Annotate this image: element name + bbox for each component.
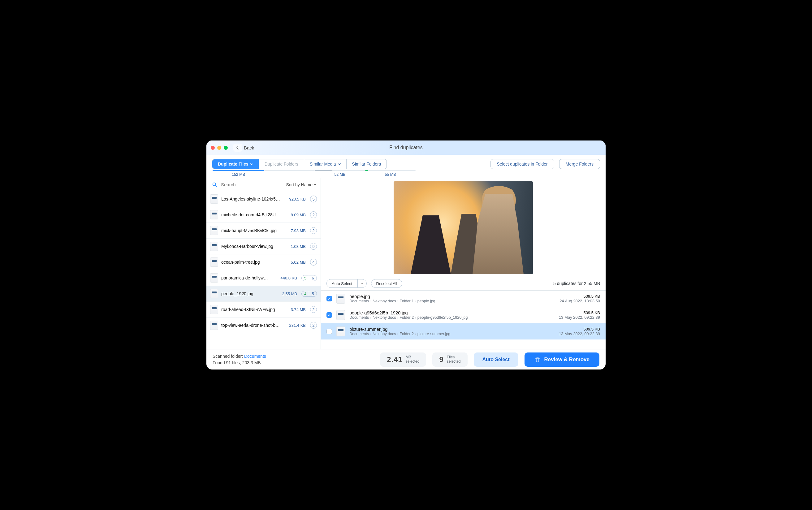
- tab-label: Similar Folders: [352, 162, 381, 167]
- titlebar: Back Find duplicates: [206, 141, 606, 155]
- selected-count-label: Files: [447, 355, 461, 360]
- tab-similar-folders[interactable]: Similar Folders: [347, 159, 386, 169]
- footer-auto-select-button[interactable]: Auto Select: [474, 352, 518, 367]
- file-row[interactable]: ocean-palm-tree.jpg 5.02 MB 4: [206, 254, 321, 270]
- preview-actions: Auto Select Deselect All 5 duplicates fo…: [321, 277, 606, 290]
- file-thumb-icon: [337, 327, 345, 336]
- file-row[interactable]: mick-haupt-Mv5sBKvlCkI.jpg 7.93 MB 2: [206, 223, 321, 238]
- file-row[interactable]: panoramica-de-hollyw… 440.8 KB 5 6: [206, 270, 321, 286]
- file-thumb-icon: [210, 242, 218, 251]
- chevron-left-icon: [236, 146, 239, 149]
- count-badge: 2: [310, 322, 317, 329]
- file-row[interactable]: Los-Angeles-skyline-1024x5… 920.5 KB 5: [206, 191, 321, 207]
- merge-folders-button[interactable]: Merge Folders: [559, 159, 600, 169]
- tab-duplicate-files[interactable]: Duplicate Files: [212, 159, 259, 169]
- sort-dropdown[interactable]: Sort by Name: [286, 182, 316, 187]
- app-window: Back Find duplicates Duplicate Files Dup…: [206, 141, 606, 369]
- checkbox[interactable]: [326, 329, 332, 334]
- search-input[interactable]: [220, 182, 283, 188]
- scanned-folder-link[interactable]: Documents: [244, 354, 266, 359]
- file-list[interactable]: Los-Angeles-skyline-1024x5… 920.5 KB 5 m…: [206, 191, 321, 349]
- file-thumb-icon: [210, 289, 218, 298]
- file-row[interactable]: micheile-dot-com-d4tBjk28U… 8.09 MB 2: [206, 207, 321, 223]
- file-thumb-icon: [337, 294, 345, 304]
- count-badge: 4: [310, 259, 317, 265]
- auto-select-button[interactable]: Auto Select: [326, 279, 357, 288]
- tab-size-similar-folders: 55 MB: [365, 170, 415, 177]
- duplicate-list[interactable]: ✓ people.jpg Documents›Nektony docs›Fold…: [321, 290, 606, 349]
- scan-info: Scanned folder: Documents Found 91 files…: [212, 353, 266, 366]
- file-name: mick-haupt-Mv5sBKvlCkI.jpg: [221, 228, 288, 233]
- checkbox[interactable]: ✓: [326, 312, 332, 318]
- size-label: 52 MB: [334, 172, 345, 177]
- search-icon: [212, 182, 217, 187]
- svg-line-1: [215, 186, 216, 187]
- toolbar: Duplicate Files Duplicate Folders Simila…: [206, 155, 606, 178]
- back-button[interactable]: [233, 144, 242, 152]
- duplicate-name: picture-summer.jpg: [349, 327, 554, 332]
- category-tabs: Duplicate Files Duplicate Folders Simila…: [212, 159, 387, 169]
- selected-size-value: 2.41: [387, 355, 403, 364]
- duplicate-row[interactable]: ✓ people.jpg Documents›Nektony docs›Fold…: [321, 290, 606, 307]
- footer: Scanned folder: Documents Found 91 files…: [206, 349, 606, 369]
- file-thumb-icon: [210, 273, 218, 283]
- file-thumb-icon: [337, 310, 345, 320]
- body: Sort by Name Los-Angeles-skyline-1024x5……: [206, 178, 606, 349]
- file-thumb-icon: [210, 305, 218, 314]
- file-row[interactable]: Mykonos-Harbour-View.jpg 1.03 MB 9: [206, 238, 321, 254]
- close-icon[interactable]: [211, 146, 215, 150]
- duplicate-name: people.jpg: [349, 294, 555, 299]
- file-list-pane: Sort by Name Los-Angeles-skyline-1024x5……: [206, 178, 321, 349]
- tab-label: Similar Media: [310, 162, 336, 167]
- tab-size-duplicate-folders: [264, 170, 315, 177]
- file-row[interactable]: road-ahead-IXfNiI-rWFw.jpg 3.74 MB 2: [206, 302, 321, 317]
- duplicate-row[interactable]: picture-summer.jpg Documents›Nektony doc…: [321, 323, 606, 339]
- file-thumb-icon: [210, 210, 218, 219]
- auto-select-menu-button[interactable]: [357, 279, 367, 288]
- file-name: Los-Angeles-skyline-1024x5…: [221, 197, 286, 201]
- back-nav[interactable]: Back: [233, 144, 254, 152]
- tab-label: Duplicate Files: [218, 162, 249, 167]
- duplicate-date: 13 May 2022, 09:22:39: [559, 315, 600, 320]
- deselect-all-button[interactable]: Deselect All: [371, 279, 403, 288]
- file-size: 231.4 KB: [289, 323, 306, 328]
- review-and-remove-button[interactable]: Review & Remove: [524, 352, 600, 367]
- tab-similar-media[interactable]: Similar Media: [304, 159, 347, 169]
- file-name: people_1920.jpg: [221, 291, 279, 296]
- zoom-icon[interactable]: [224, 146, 228, 150]
- file-name: ocean-palm-tree.jpg: [221, 260, 288, 264]
- file-row[interactable]: top-view-aerial-drone-shot-b… 231.4 KB 2: [206, 317, 321, 333]
- size-label: 55 MB: [385, 172, 396, 177]
- button-label: Auto Select: [483, 357, 510, 362]
- caret-down-icon: [361, 282, 363, 285]
- file-size: 3.74 MB: [291, 307, 306, 312]
- duplicate-summary: 5 duplicates for 2.55 MB: [553, 281, 600, 286]
- file-name: top-view-aerial-drone-shot-b…: [221, 323, 286, 328]
- selected-count-sub: selected: [447, 360, 461, 364]
- minimize-icon[interactable]: [217, 146, 221, 150]
- file-size: 440.8 KB: [281, 276, 297, 280]
- traffic-lights: [211, 146, 228, 150]
- tab-duplicate-folders[interactable]: Duplicate Folders: [259, 159, 304, 169]
- file-thumb-icon: [210, 194, 218, 204]
- duplicate-name: people-g95d6e2f5b_1920.jpg: [349, 310, 554, 315]
- duplicate-path: Documents›Nektony docs›Folder 1›people.j…: [349, 299, 555, 303]
- count-badge: 9: [310, 243, 317, 250]
- duplicate-path: Documents›Nektony docs›Folder 2›picture-…: [349, 332, 554, 336]
- checkbox[interactable]: ✓: [326, 296, 332, 302]
- button-label: Review & Remove: [544, 357, 589, 363]
- file-size: 5.02 MB: [291, 260, 306, 264]
- tab-label: Duplicate Folders: [265, 162, 298, 167]
- found-summary: Found 91 files, 203.3 MB: [212, 360, 266, 366]
- tab-size-similar-media: 52 MB: [315, 170, 365, 177]
- duplicate-row[interactable]: ✓ people-g95d6e2f5b_1920.jpg Documents›N…: [321, 307, 606, 323]
- preview-pane: Auto Select Deselect All 5 duplicates fo…: [321, 178, 606, 349]
- size-label: 152 MB: [232, 172, 245, 177]
- trash-icon: [534, 357, 541, 363]
- count-badge: 2: [310, 306, 317, 313]
- auto-select-split-button: Auto Select: [326, 279, 367, 288]
- file-name: micheile-dot-com-d4tBjk28U…: [221, 212, 288, 217]
- file-row[interactable]: people_1920.jpg 2.55 MB 4 5: [206, 286, 321, 302]
- back-label: Back: [244, 145, 254, 150]
- select-duplicates-in-folder-button[interactable]: Select duplicates in Folder: [491, 159, 554, 169]
